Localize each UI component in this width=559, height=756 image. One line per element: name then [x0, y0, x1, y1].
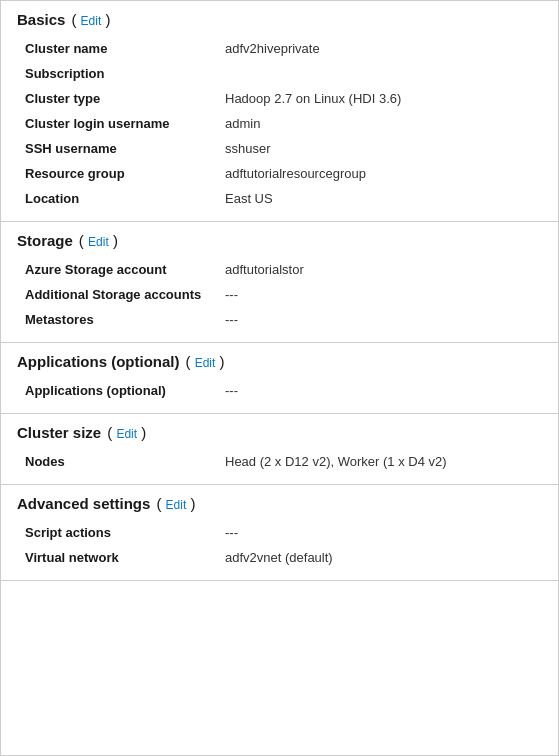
field-label: Location [25, 191, 225, 206]
section-header-cluster-size: Cluster size( Edit ) [17, 424, 542, 441]
section-content-cluster-size: NodesHead (2 x D12 v2), Worker (1 x D4 v… [17, 449, 542, 474]
field-value: adftutorialstor [225, 262, 542, 277]
section-title-cluster-size: Cluster size [17, 424, 101, 441]
section-applications: Applications (optional)( Edit )Applicati… [1, 343, 558, 414]
section-edit-paren-close-cluster-size: ) [137, 424, 146, 441]
table-row: SSH usernamesshuser [25, 136, 542, 161]
section-edit-link-cluster-size[interactable]: Edit [116, 427, 137, 441]
table-row: LocationEast US [25, 186, 542, 211]
table-row: Cluster nameadfv2hiveprivate [25, 36, 542, 61]
field-label: Cluster login username [25, 116, 225, 131]
section-edit-paren-close-applications: ) [215, 353, 224, 370]
field-label: SSH username [25, 141, 225, 156]
section-content-storage: Azure Storage accountadftutorialstorAddi… [17, 257, 542, 332]
section-basics: Basics( Edit )Cluster nameadfv2hivepriva… [1, 1, 558, 222]
section-edit-paren-close-advanced-settings: ) [186, 495, 195, 512]
field-label: Metastores [25, 312, 225, 327]
section-title-storage: Storage [17, 232, 73, 249]
field-label: Applications (optional) [25, 383, 225, 398]
field-label: Cluster name [25, 41, 225, 56]
section-edit-link-advanced-settings[interactable]: Edit [166, 498, 187, 512]
field-label: Additional Storage accounts [25, 287, 225, 302]
section-edit-link-storage[interactable]: Edit [88, 235, 109, 249]
section-edit-link-basics[interactable]: Edit [81, 14, 102, 28]
section-edit-paren-storage: ( Edit ) [79, 232, 118, 249]
section-edit-paren-applications: ( Edit ) [186, 353, 225, 370]
table-row: Subscription [25, 61, 542, 86]
section-content-applications: Applications (optional)--- [17, 378, 542, 403]
field-value: adftutorialresourcegroup [225, 166, 542, 181]
section-edit-paren-cluster-size: ( Edit ) [107, 424, 146, 441]
section-header-storage: Storage( Edit ) [17, 232, 542, 249]
section-storage: Storage( Edit )Azure Storage accountadft… [1, 222, 558, 343]
field-value: --- [225, 312, 542, 327]
field-label: Nodes [25, 454, 225, 469]
table-row: Script actions--- [25, 520, 542, 545]
section-header-advanced-settings: Advanced settings( Edit ) [17, 495, 542, 512]
field-value: --- [225, 287, 542, 302]
field-value: adfv2hiveprivate [225, 41, 542, 56]
table-row: Cluster login usernameadmin [25, 111, 542, 136]
section-header-basics: Basics( Edit ) [17, 11, 542, 28]
table-row: Virtual networkadfv2vnet (default) [25, 545, 542, 570]
table-row: Metastores--- [25, 307, 542, 332]
field-value: adfv2vnet (default) [225, 550, 542, 565]
table-row: Cluster typeHadoop 2.7 on Linux (HDI 3.6… [25, 86, 542, 111]
field-value: sshuser [225, 141, 542, 156]
section-content-basics: Cluster nameadfv2hiveprivateSubscription… [17, 36, 542, 211]
page-container: Basics( Edit )Cluster nameadfv2hivepriva… [0, 0, 559, 756]
section-advanced-settings: Advanced settings( Edit )Script actions-… [1, 485, 558, 581]
table-row: Azure Storage accountadftutorialstor [25, 257, 542, 282]
section-title-basics: Basics [17, 11, 65, 28]
field-value: admin [225, 116, 542, 131]
table-row: Additional Storage accounts--- [25, 282, 542, 307]
field-label: Resource group [25, 166, 225, 181]
section-header-applications: Applications (optional)( Edit ) [17, 353, 542, 370]
table-row: Resource groupadftutorialresourcegroup [25, 161, 542, 186]
section-cluster-size: Cluster size( Edit )NodesHead (2 x D12 v… [1, 414, 558, 485]
field-value: Hadoop 2.7 on Linux (HDI 3.6) [225, 91, 542, 106]
section-title-advanced-settings: Advanced settings [17, 495, 150, 512]
field-value: --- [225, 525, 542, 540]
field-label: Script actions [25, 525, 225, 540]
section-title-applications: Applications (optional) [17, 353, 180, 370]
table-row: Applications (optional)--- [25, 378, 542, 403]
section-edit-paren-close-storage: ) [109, 232, 118, 249]
table-row: NodesHead (2 x D12 v2), Worker (1 x D4 v… [25, 449, 542, 474]
field-value: East US [225, 191, 542, 206]
field-value: --- [225, 383, 542, 398]
section-content-advanced-settings: Script actions---Virtual networkadfv2vne… [17, 520, 542, 570]
section-edit-link-applications[interactable]: Edit [195, 356, 216, 370]
field-label: Subscription [25, 66, 225, 81]
field-label: Virtual network [25, 550, 225, 565]
field-label: Cluster type [25, 91, 225, 106]
field-value: Head (2 x D12 v2), Worker (1 x D4 v2) [225, 454, 542, 469]
section-edit-paren-basics: ( Edit ) [71, 11, 110, 28]
section-edit-paren-advanced-settings: ( Edit ) [156, 495, 195, 512]
section-edit-paren-close-basics: ) [101, 11, 110, 28]
field-label: Azure Storage account [25, 262, 225, 277]
